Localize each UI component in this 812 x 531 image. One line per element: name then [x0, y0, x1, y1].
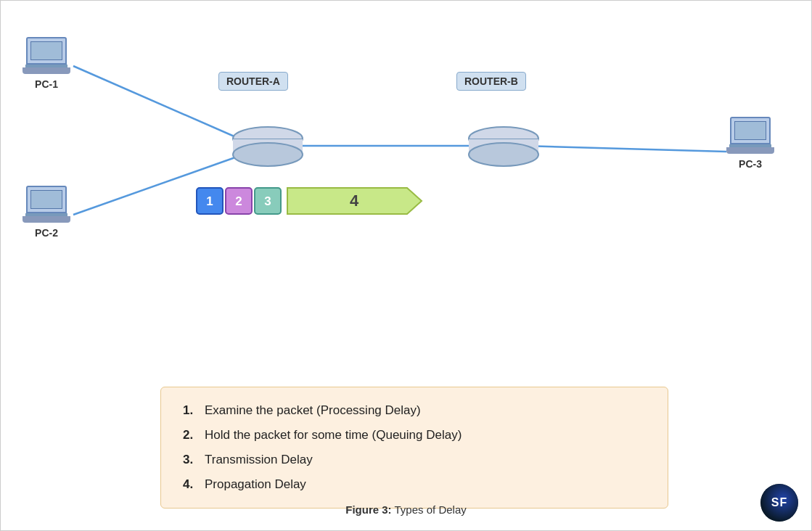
pc3-label: PC-3 — [739, 158, 762, 170]
delay-text-3: Transmission Delay — [205, 453, 313, 467]
pc3-screen-inner — [734, 121, 766, 140]
svg-rect-6 — [233, 139, 303, 139]
delay-num-4: 4. — [183, 477, 199, 492]
svg-text:2: 2 — [235, 194, 242, 208]
figure-caption: Figure 3: Types of Delay — [1, 503, 811, 516]
pc1-laptop: PC-1 — [22, 37, 70, 90]
pc2-screen — [26, 186, 67, 213]
svg-rect-10 — [469, 139, 538, 139]
sf-logo-text: SF — [771, 497, 787, 509]
svg-point-11 — [469, 143, 538, 166]
pc2-laptop: PC-2 — [22, 186, 70, 239]
svg-text:3: 3 — [264, 194, 271, 208]
delay-item-2: 2. Hold the packet for some time (Queuin… — [183, 428, 646, 442]
svg-line-3 — [523, 146, 726, 152]
pc1-label: PC-1 — [35, 78, 58, 90]
figure-label: Figure 3: — [345, 503, 391, 516]
diagram-svg: 1 2 3 4 — [1, 1, 812, 305]
svg-text:1: 1 — [206, 194, 213, 208]
pc1-screen-inner — [30, 41, 62, 60]
router-b-label: ROUTER-B — [456, 72, 526, 91]
svg-text:4: 4 — [350, 192, 359, 210]
sf-logo: SF — [760, 484, 798, 522]
delay-num-3: 3. — [183, 453, 199, 467]
delay-num-1: 1. — [183, 403, 199, 418]
router-a-label: ROUTER-A — [218, 72, 288, 91]
delay-num-2: 2. — [183, 428, 199, 442]
pc2-label: PC-2 — [35, 227, 58, 239]
pc2-screen-inner — [30, 190, 62, 209]
pc1-screen — [26, 37, 67, 65]
delay-text-2: Hold the packet for some time (Queuing D… — [205, 428, 462, 442]
delay-text-1: Examine the packet (Processing Delay) — [205, 403, 421, 418]
pc3-screen — [730, 117, 771, 144]
figure-description: Types of Delay — [395, 503, 467, 516]
delay-item-4: 4. Propagation Delay — [183, 477, 646, 492]
info-box: 1. Examine the packet (Processing Delay)… — [160, 387, 668, 509]
delay-list: 1. Examine the packet (Processing Delay)… — [183, 403, 646, 492]
delay-item-1: 1. Examine the packet (Processing Delay) — [183, 403, 646, 418]
delay-text-4: Propagation Delay — [205, 477, 306, 492]
svg-point-7 — [233, 143, 303, 166]
delay-item-3: 3. Transmission Delay — [183, 453, 646, 467]
pc3-base — [726, 147, 774, 154]
pc2-base — [22, 216, 70, 223]
pc1-base — [22, 67, 70, 74]
pc3-laptop: PC-3 — [726, 117, 774, 170]
main-container: 1 2 3 4 PC-1 PC-2 PC-3 — [0, 0, 812, 531]
